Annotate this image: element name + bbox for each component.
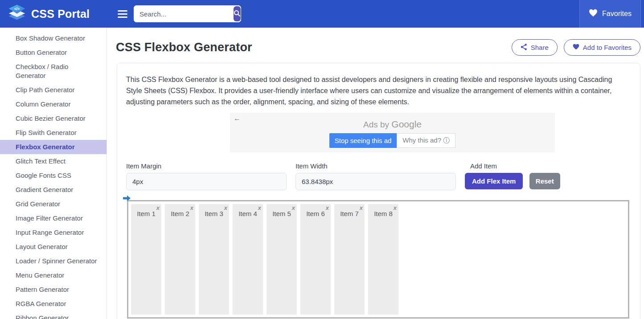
remove-item-icon[interactable]: x: [156, 204, 160, 211]
sidebar: Box Shadow GeneratorButton GeneratorChec…: [0, 28, 107, 319]
brand[interactable]: </> CSS Portal: [0, 4, 107, 24]
sidebar-item-pattern-generator[interactable]: Pattern Generator: [0, 282, 107, 297]
sidebar-item-grid-generator[interactable]: Grid Generator: [0, 197, 107, 211]
menu-icon[interactable]: [118, 10, 127, 18]
flex-item-label: Item 8: [374, 210, 393, 217]
sidebar-item-cubic-bezier-generator[interactable]: Cubic Bezier Generator: [0, 111, 107, 126]
flex-item[interactable]: Item 1x: [131, 204, 161, 315]
search-input[interactable]: [134, 10, 234, 18]
remove-item-icon[interactable]: x: [394, 204, 397, 211]
sidebar-item-flip-swith-generator[interactable]: Flip Swith Generator: [0, 126, 107, 140]
sidebar-item-layout-generator[interactable]: Layout Generator: [0, 240, 107, 254]
ad-back-arrow-icon[interactable]: ←: [234, 115, 241, 123]
flex-item[interactable]: Item 4x: [233, 204, 263, 315]
sidebar-item-gradient-generator[interactable]: Gradient Generator: [0, 183, 107, 197]
add-item-label: Add Item: [470, 162, 560, 170]
css-portal-logo-icon: </>: [7, 4, 27, 24]
flex-direction-arrow-icon: [123, 195, 131, 204]
item-margin-label: Item Margin: [126, 162, 287, 170]
search-bar: [134, 5, 241, 22]
item-width-label: Item Width: [295, 162, 456, 170]
remove-item-icon[interactable]: x: [326, 204, 329, 211]
item-margin-input[interactable]: [126, 173, 287, 190]
sidebar-item-rgba-generator[interactable]: RGBA Generator: [0, 297, 107, 311]
flex-item[interactable]: Item 3x: [199, 204, 229, 315]
sidebar-item-checkbox-radio-generator[interactable]: Checkbox / Radio Generator: [0, 60, 107, 83]
sidebar-item-image-filter-generator[interactable]: Image Filter Generator: [0, 211, 107, 225]
flex-item[interactable]: Item 5x: [267, 204, 297, 315]
header-favorites-button[interactable]: Favorites: [579, 0, 641, 28]
sidebar-item-ribbon-generator[interactable]: Ribbon Generator: [0, 311, 107, 319]
sidebar-item-column-generator[interactable]: Column Generator: [0, 97, 107, 111]
share-button[interactable]: Share: [512, 39, 558, 56]
tool-description: This CSS Flexbox Generator is a web-base…: [126, 74, 625, 107]
heart-icon: [573, 44, 579, 51]
remove-item-icon[interactable]: x: [258, 204, 261, 211]
share-icon: [521, 44, 527, 52]
main-content: CSS Flexbox Generator Share: [107, 28, 644, 319]
why-this-ad-button[interactable]: Why this ad? ⓘ: [397, 133, 455, 148]
sidebar-item-button-generator[interactable]: Button Generator: [0, 45, 107, 60]
remove-item-icon[interactable]: x: [360, 204, 363, 211]
sidebar-item-loader-spinner-generator[interactable]: Loader / Spinner Generator: [0, 254, 107, 268]
ad-title: Ads by Google: [230, 113, 555, 130]
brand-title: CSS Portal: [31, 8, 90, 20]
flex-container: Item 1xItem 2xItem 3xItem 4xItem 5xItem …: [127, 200, 629, 319]
heart-icon: [589, 9, 598, 19]
flex-item-label: Item 3: [205, 210, 223, 217]
sidebar-item-box-shadow-generator[interactable]: Box Shadow Generator: [0, 31, 107, 45]
sidebar-item-menu-generator[interactable]: Menu Generator: [0, 268, 107, 282]
search-icon: [234, 10, 241, 18]
sidebar-item-clip-path-generator[interactable]: Clip Path Generator: [0, 83, 107, 97]
sidebar-item-flexbox-generator[interactable]: Flexbox Generator: [0, 140, 107, 154]
flex-item-label: Item 1: [137, 210, 156, 217]
google-ad: ← Ads by Google Stop seeing this ad Why …: [230, 113, 555, 152]
item-width-input[interactable]: [295, 173, 456, 190]
sidebar-item-input-range-generator[interactable]: Input Range Generator: [0, 225, 107, 240]
app-header: </> CSS Portal Favorites: [0, 0, 644, 28]
page-title: CSS Flexbox Generator: [116, 41, 252, 54]
flex-item-label: Item 4: [238, 210, 257, 217]
share-label: Share: [531, 44, 549, 51]
remove-item-icon[interactable]: x: [190, 204, 193, 211]
sidebar-item-glitch-text-effect[interactable]: Glitch Text Effect: [0, 154, 107, 168]
add-to-favorites-label: Add to Favorites: [583, 44, 632, 51]
search-button[interactable]: [234, 6, 241, 21]
flex-item[interactable]: Item 2x: [165, 204, 195, 315]
info-icon: ⓘ: [443, 136, 450, 144]
flex-item[interactable]: Item 6x: [300, 204, 331, 315]
remove-item-icon[interactable]: x: [224, 204, 227, 211]
sidebar-item-google-fonts-css[interactable]: Google Fonts CSS: [0, 168, 107, 183]
sidebar-list: Box Shadow GeneratorButton GeneratorChec…: [0, 31, 107, 319]
generator-card: This CSS Flexbox Generator is a web-base…: [117, 63, 640, 319]
reset-button[interactable]: Reset: [529, 173, 560, 189]
remove-item-icon[interactable]: x: [292, 204, 295, 211]
flex-item[interactable]: Item 8x: [368, 204, 398, 315]
flex-item[interactable]: Item 7x: [334, 204, 365, 315]
svg-text:</>: </>: [14, 7, 20, 11]
stop-seeing-ad-button[interactable]: Stop seeing this ad: [329, 133, 397, 148]
add-to-favorites-button[interactable]: Add to Favorites: [564, 39, 640, 56]
flex-preview: Item 1xItem 2xItem 3xItem 4xItem 5xItem …: [126, 200, 631, 319]
flex-item-label: Item 6: [306, 210, 325, 217]
flex-item-label: Item 7: [340, 210, 359, 217]
add-flex-item-button[interactable]: Add Flex Item: [465, 173, 523, 189]
flex-item-label: Item 2: [171, 210, 189, 217]
flex-item-label: Item 5: [272, 210, 291, 217]
favorites-label: Favorites: [602, 10, 632, 18]
